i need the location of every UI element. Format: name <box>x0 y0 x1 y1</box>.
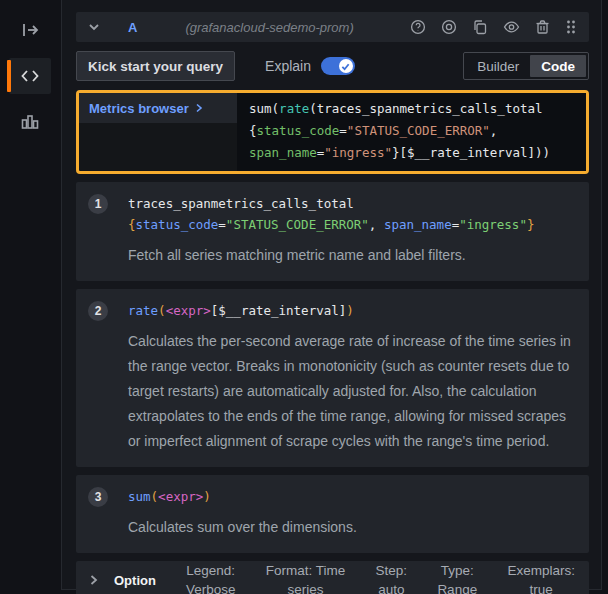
explain-step-1: 1 traces_spanmetrics_calls_total {status… <box>76 182 589 281</box>
code-line: traces_spanmetrics_calls_total <box>128 193 534 214</box>
metrics-browser-panel: Metrics browser <box>79 93 237 171</box>
step-code: rate(<expr>[$__rate_interval]) <box>128 300 354 321</box>
stat-type: Type:Range <box>437 561 477 594</box>
explain-label: Explain <box>265 58 311 74</box>
query-toolbar: Kick start your query Explain Builder Co… <box>76 51 589 81</box>
stat-format: Format: Timeseries <box>266 561 346 594</box>
editor-mode-switch: Builder Code <box>463 52 589 80</box>
metrics-browser-button[interactable]: Metrics browser <box>79 93 237 123</box>
datasource-name: (grafanacloud-sedemo-prom) <box>185 20 353 35</box>
explain-toggle[interactable] <box>321 57 355 75</box>
options-row[interactable]: Option Legend:Verbose Format: Timeseries… <box>76 561 589 594</box>
left-sidebar <box>0 0 59 594</box>
check-icon <box>341 62 350 71</box>
code-line: {status_code="STATUS_CODE_ERROR", <box>249 120 580 142</box>
code-line: span_name="ingress"}[$__rate_interval])) <box>249 142 580 164</box>
step-number-badge: 2 <box>88 301 108 321</box>
options-label: Option <box>114 573 156 588</box>
trash-icon[interactable] <box>535 19 550 35</box>
mode-code-button[interactable]: Code <box>530 55 586 77</box>
promql-code-input[interactable]: sum(rate(traces_spanmetrics_calls_total … <box>237 93 586 171</box>
expand-right-icon <box>20 20 40 40</box>
drag-handle-icon[interactable] <box>565 19 577 35</box>
chevron-right-icon <box>195 103 203 113</box>
step-description: Calculates sum over the dimensions. <box>128 515 577 540</box>
explain-step-2: 2 rate(<expr>[$__rate_interval]) Calcula… <box>76 289 589 467</box>
query-editor-highlighted: Metrics browser sum(rate(traces_spanmetr… <box>76 90 589 174</box>
stat-legend: Legend:Verbose <box>186 561 236 594</box>
query-ref-id[interactable]: A <box>128 20 137 35</box>
bar-chart-icon <box>20 112 40 132</box>
step-description: Calculates the per-second average rate o… <box>128 329 577 454</box>
collapse-chevron-icon[interactable] <box>88 21 100 33</box>
toggle-knob <box>339 59 353 73</box>
sidebar-item-chart[interactable] <box>9 104 51 140</box>
options-stats: Legend:Verbose Format: Timeseries Step:a… <box>186 561 575 594</box>
chevron-right-icon <box>88 574 99 586</box>
kick-start-query-button[interactable]: Kick start your query <box>76 51 235 81</box>
step-number-badge: 3 <box>88 487 108 507</box>
step-description: Fetch all series matching metric name an… <box>128 243 577 268</box>
query-row-actions <box>410 19 577 35</box>
eye-icon[interactable] <box>503 19 520 35</box>
code-line: sum(rate(traces_spanmetrics_calls_total <box>249 98 580 120</box>
query-editor-panel: A (grafanacloud-sedemo-prom) <box>61 0 602 590</box>
code-brackets-icon <box>20 66 40 86</box>
step-number-badge: 1 <box>88 194 108 214</box>
duplicate-icon[interactable] <box>472 19 488 35</box>
code-line: {status_code="STATUS_CODE_ERROR", span_n… <box>128 214 534 235</box>
stat-step: Step:auto <box>376 561 408 594</box>
query-row-header: A (grafanacloud-sedemo-prom) <box>76 12 589 42</box>
code-line: sum(<expr>) <box>128 486 211 507</box>
help-icon[interactable] <box>410 19 426 35</box>
code-line: rate(<expr>[$__rate_interval]) <box>128 300 354 321</box>
step-code: traces_spanmetrics_calls_total {status_c… <box>128 193 534 235</box>
step-code: sum(<expr>) <box>128 486 211 507</box>
sidebar-item-expand[interactable] <box>9 12 51 48</box>
explain-step-3: 3 sum(<expr>) Calculates sum over the di… <box>76 475 589 553</box>
record-circle-icon[interactable] <box>441 19 457 35</box>
stat-exemplars: Exemplars:true <box>507 561 575 594</box>
mode-builder-button[interactable]: Builder <box>466 55 530 77</box>
metrics-browser-label: Metrics browser <box>89 101 189 116</box>
sidebar-item-code[interactable] <box>9 58 51 94</box>
